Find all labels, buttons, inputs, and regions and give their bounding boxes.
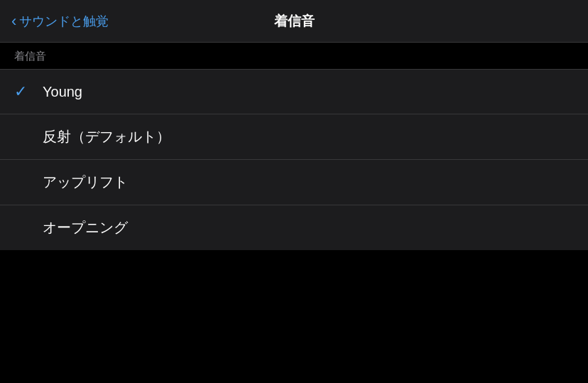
list-item-opening[interactable]: オープニング [0, 205, 588, 250]
section-header-label: 着信音 [14, 50, 46, 62]
list-item-young[interactable]: ✓ Young [0, 70, 588, 114]
chevron-left-icon: ‹ [11, 14, 16, 29]
list-item-label-uplift: アップリフト [43, 173, 128, 192]
list-item-uplift[interactable]: アップリフト [0, 160, 588, 205]
page-title: 着信音 [274, 12, 315, 31]
back-button[interactable]: ‹ サウンドと触覚 [11, 13, 109, 30]
list-item-hansha[interactable]: 反射（デフォルト） [0, 114, 588, 160]
ringtone-list: ✓ Young 反射（デフォルト） アップリフト オープニング [0, 70, 588, 250]
back-label: サウンドと触覚 [19, 13, 109, 30]
list-item-label-hansha: 反射（デフォルト） [43, 127, 170, 146]
section-header: 着信音 [0, 43, 588, 70]
navigation-bar: ‹ サウンドと触覚 着信音 [0, 0, 588, 43]
list-item-label-young: Young [43, 84, 82, 100]
list-item-label-opening: オープニング [43, 218, 128, 237]
checkmark-icon: ✓ [14, 82, 43, 101]
